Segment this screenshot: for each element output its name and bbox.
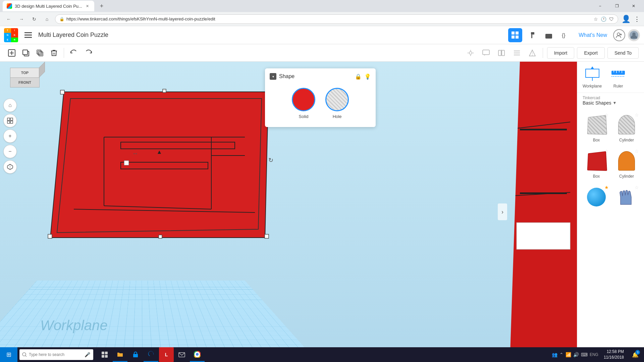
profile-icon[interactable]: 👤 bbox=[622, 15, 631, 23]
new-shape-button[interactable] bbox=[5, 47, 18, 59]
mic-icon[interactable]: 🎤 bbox=[85, 352, 90, 357]
keyboard-icon[interactable]: ⌨ bbox=[581, 352, 588, 357]
people-icon[interactable]: 👥 bbox=[552, 352, 557, 357]
svg-rect-9 bbox=[545, 34, 552, 39]
svg-line-59 bbox=[513, 122, 570, 129]
light-button[interactable] bbox=[464, 47, 477, 59]
refresh-button[interactable]: ↻ bbox=[30, 14, 39, 24]
delete-button[interactable] bbox=[48, 47, 60, 59]
favorite-star-4[interactable]: ☆ bbox=[635, 148, 639, 154]
grid-view-button[interactable] bbox=[508, 28, 522, 42]
task-view-button[interactable] bbox=[97, 347, 112, 362]
tab-close-button[interactable]: ✕ bbox=[85, 3, 90, 9]
shield-icon[interactable]: 🛡 bbox=[609, 16, 614, 22]
mail-button[interactable] bbox=[174, 347, 189, 362]
comment-button[interactable] bbox=[480, 47, 492, 59]
tinkercad-logo[interactable]: T I N K E R bbox=[4, 28, 18, 42]
notification-button[interactable]: 🔔 3 bbox=[629, 349, 641, 361]
lock-icon[interactable]: 🔒 bbox=[355, 73, 362, 80]
export-button[interactable]: Export bbox=[577, 47, 604, 59]
close-button[interactable]: ✕ bbox=[626, 1, 641, 11]
file-explorer-button[interactable] bbox=[113, 347, 127, 362]
import-button[interactable]: Import bbox=[547, 47, 575, 59]
minimize-button[interactable]: − bbox=[592, 1, 608, 11]
edge-browser-button[interactable] bbox=[144, 347, 158, 362]
code-button[interactable]: {} bbox=[558, 28, 573, 42]
send-to-button[interactable]: Send To bbox=[607, 47, 639, 59]
chrome-button[interactable] bbox=[190, 347, 205, 362]
align-button[interactable] bbox=[511, 47, 523, 59]
hole-option[interactable]: Hole bbox=[325, 88, 349, 119]
svg-rect-23 bbox=[38, 51, 42, 55]
clock-date: 11/16/2018 bbox=[604, 355, 624, 360]
favorite-star-6[interactable]: ☆ bbox=[635, 185, 639, 190]
lightbulb-icon[interactable]: 💡 bbox=[364, 73, 371, 80]
list-item[interactable]: ☆ bbox=[613, 183, 640, 211]
solid-option[interactable]: Solid bbox=[292, 88, 315, 119]
more-icon[interactable]: ⋮ bbox=[634, 15, 640, 23]
list-item[interactable]: ☆ Cylinder bbox=[613, 111, 640, 144]
fit-view-button[interactable] bbox=[3, 114, 17, 127]
favorite-star-2[interactable]: ☆ bbox=[635, 112, 639, 118]
duplicate-button[interactable] bbox=[34, 47, 46, 59]
category-dropdown-arrow[interactable]: ▼ bbox=[613, 101, 617, 105]
briefcase-button[interactable] bbox=[542, 28, 556, 42]
toolbar-separator-2 bbox=[543, 48, 543, 58]
whats-new-button[interactable]: What's New bbox=[575, 30, 610, 40]
svg-text:{}: {} bbox=[562, 33, 566, 38]
nav-cube[interactable]: TOP FRONT bbox=[10, 68, 40, 98]
ruler-tool[interactable]: Ruler bbox=[610, 66, 627, 88]
symmetry-button[interactable] bbox=[526, 47, 539, 59]
back-button[interactable]: ← bbox=[4, 14, 13, 24]
panel-collapse-button[interactable]: ▾ bbox=[270, 73, 276, 80]
app-l-button[interactable]: L bbox=[159, 347, 174, 362]
volume-icon[interactable]: 🔊 bbox=[573, 352, 579, 357]
3d-view-button[interactable] bbox=[3, 160, 17, 174]
maximize-button[interactable]: ❐ bbox=[609, 1, 625, 11]
copy-button[interactable] bbox=[19, 47, 32, 59]
mirror-button[interactable] bbox=[495, 47, 508, 59]
chevron-up-icon[interactable]: ⌃ bbox=[559, 352, 564, 357]
user-avatar[interactable] bbox=[628, 29, 640, 41]
list-item[interactable]: ☆ Cylinder bbox=[613, 147, 640, 181]
box-label-2: Box bbox=[593, 174, 600, 179]
shape-options: Solid Hole bbox=[270, 84, 371, 122]
system-clock[interactable]: 12:58 PM 11/16/2018 bbox=[601, 348, 627, 361]
new-tab-button[interactable]: + bbox=[97, 1, 106, 11]
svg-point-11 bbox=[617, 33, 620, 36]
shapes-category-label: Basic Shapes bbox=[583, 100, 611, 106]
redo-button[interactable] bbox=[82, 47, 95, 59]
search-input[interactable] bbox=[29, 352, 83, 357]
list-item[interactable]: ☆ Box bbox=[583, 111, 610, 144]
hammer-button[interactable] bbox=[525, 28, 539, 42]
favorite-star-5[interactable]: ★ bbox=[604, 185, 609, 190]
home-view-button[interactable]: ⌂ bbox=[3, 99, 17, 112]
logo-r: R bbox=[11, 38, 18, 42]
zoom-in-button[interactable]: + bbox=[3, 129, 17, 143]
undo-button[interactable] bbox=[67, 47, 80, 59]
list-item[interactable]: ★ bbox=[583, 183, 610, 211]
3d-object[interactable]: ↺ ↻ ↔ bbox=[47, 88, 268, 239]
address-bar[interactable]: 🔒 https://www.tinkercad.com/things/efsKS… bbox=[55, 14, 618, 24]
shapes-category[interactable]: Basic Shapes ▼ bbox=[583, 100, 617, 106]
home-button[interactable]: ⌂ bbox=[42, 14, 52, 24]
viewport-chevron[interactable]: › bbox=[498, 203, 507, 220]
taskbar-search[interactable]: 🎤 bbox=[19, 349, 93, 360]
forward-button[interactable]: → bbox=[17, 14, 26, 24]
add-user-button[interactable] bbox=[613, 29, 625, 41]
svg-rect-52 bbox=[265, 234, 269, 238]
history-icon[interactable]: 🕐 bbox=[601, 16, 606, 22]
store-button[interactable] bbox=[128, 347, 143, 362]
workplane-tool[interactable]: Workplane bbox=[583, 66, 602, 88]
bookmark-icon[interactable]: ☆ bbox=[594, 16, 598, 22]
browser-tab[interactable]: 3D design Multi Layered Coin Pu... ✕ bbox=[3, 1, 94, 11]
network-icon[interactable]: 📶 bbox=[566, 352, 571, 357]
svg-rect-4 bbox=[516, 32, 519, 35]
zoom-out-button[interactable]: − bbox=[3, 145, 17, 158]
list-item[interactable]: ☆ Box bbox=[583, 147, 610, 181]
ime-icon[interactable]: ENG bbox=[590, 352, 598, 357]
viewport[interactable]: Workplane bbox=[0, 62, 577, 362]
cylinder-label-1: Cylinder bbox=[619, 138, 634, 142]
start-button[interactable]: ⊞ bbox=[0, 347, 17, 362]
hamburger-menu[interactable] bbox=[22, 29, 34, 41]
